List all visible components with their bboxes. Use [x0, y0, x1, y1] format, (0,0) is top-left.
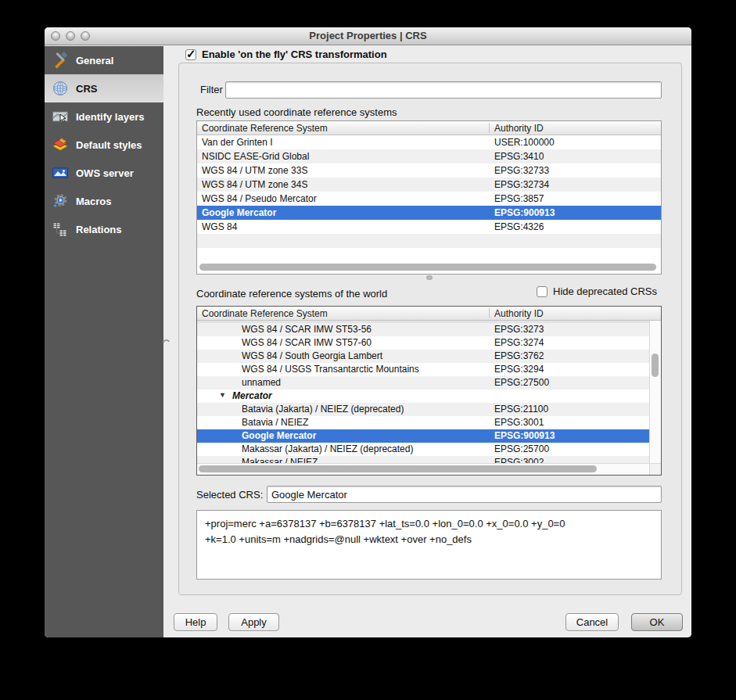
sidebar: GeneralCRSIdentify layersDefault stylesO…	[45, 46, 163, 637]
crs-row[interactable]: Batavia / NEIEZEPSG:3001	[197, 416, 661, 429]
crs-row[interactable]: Google MercatorEPSG:900913	[197, 206, 661, 220]
sidebar-item-macros[interactable]: Macros	[45, 187, 163, 215]
crs-name: Google Mercator	[242, 430, 316, 441]
scrollbar-thumb[interactable]	[199, 465, 597, 472]
column-header-authority[interactable]: Authority ID	[494, 123, 544, 134]
sidebar-item-ows-server[interactable]: OWS server	[45, 159, 163, 187]
proj4-definition-box[interactable]: +proj=merc +a=6378137 +b=6378137 +lat_ts…	[196, 510, 662, 580]
crs-name: WGS 84 / SCAR IMW ST57-60	[242, 337, 372, 348]
column-header-crs[interactable]: Coordinate Reference System	[202, 123, 328, 134]
macros-icon	[52, 192, 69, 210]
proj4-line: +proj=merc +a=6378137 +b=6378137 +lat_ts…	[205, 516, 653, 532]
crs-name: Makassar / NEIEZ	[242, 457, 318, 463]
authority-id: EPSG:3857	[494, 193, 544, 204]
recent-crs-table: Coordinate Reference SystemAuthority ID …	[196, 120, 662, 275]
authority-id: EPSG:3001	[494, 417, 544, 428]
sidebar-item-general[interactable]: General	[45, 46, 163, 74]
crs-row[interactable]: Van der Grinten IUSER:100000	[197, 135, 661, 149]
enable-otf-checkbox[interactable]	[185, 49, 196, 60]
hide-deprecated-checkbox[interactable]	[537, 286, 548, 297]
crs-row[interactable]: Makassar (Jakarta) / NEIEZ (deprecated)E…	[197, 443, 661, 456]
authority-id: EPSG:21100	[494, 404, 548, 415]
world-horizontal-scrollbar[interactable]	[197, 463, 649, 475]
column-header-crs[interactable]: Coordinate Reference System	[202, 308, 328, 319]
crs-row[interactable]: WGS 84 / USGS Transantarctic MountainsEP…	[197, 363, 661, 376]
scrollbar-thumb[interactable]	[199, 264, 656, 271]
crs-row[interactable]: WGS 84 / South Georgia LambertEPSG:3762	[197, 350, 661, 363]
crs-name: WGS 84 / UTM zone 33S	[202, 165, 307, 176]
crs-row[interactable]: Makassar / NEIEZEPSG:3002	[197, 456, 661, 463]
column-header-authority[interactable]: Authority ID	[494, 308, 544, 319]
apply-button[interactable]: Apply	[228, 613, 279, 631]
disclosure-triangle-icon[interactable]: ▼	[219, 391, 226, 399]
crs-row[interactable]	[197, 234, 661, 248]
world-crs-label: Coordinate reference systems of the worl…	[196, 288, 387, 300]
crs-row[interactable]: WGS 84 / Pseudo MercatorEPSG:3857	[197, 192, 661, 206]
selected-crs-label: Selected CRS:	[196, 489, 263, 501]
window-controls	[51, 31, 90, 41]
crs-name: NSIDC EASE-Grid Global	[202, 151, 309, 162]
sidebar-item-label: OWS server	[76, 167, 134, 179]
authority-id: EPSG:3294	[494, 364, 544, 375]
hide-deprecated-checkbox-row[interactable]: Hide deprecated CRSs	[537, 285, 657, 297]
enable-otf-checkbox-row[interactable]: Enable 'on the fly' CRS transformation	[185, 48, 387, 60]
crs-name: unnamed	[242, 377, 281, 388]
scrollbar-thumb[interactable]	[652, 354, 659, 377]
window-title: Project Properties | CRS	[45, 27, 691, 45]
crs-group-row[interactable]: ▼Mercator	[197, 389, 661, 403]
zoom-window-icon[interactable]	[81, 31, 90, 41]
column-divider[interactable]	[489, 123, 490, 133]
crs-row[interactable]: Batavia (Jakarta) / NEIEZ (deprecated)EP…	[197, 403, 661, 416]
crs-row[interactable]: WGS 84 / SCAR IMW ST53-56EPSG:3273	[197, 323, 661, 336]
sidebar-item-label: Default styles	[76, 139, 142, 151]
sidebar-resize-grip[interactable]	[163, 338, 171, 346]
hide-deprecated-label: Hide deprecated CRSs	[553, 285, 657, 297]
sidebar-item-default-styles[interactable]: Default styles	[45, 131, 163, 159]
selected-crs-input[interactable]	[267, 486, 662, 503]
crs-name: WGS 84	[202, 221, 237, 232]
crs-row[interactable]: WGS 84 / UTM zone 34SEPSG:32734	[197, 178, 661, 192]
recent-table-rows: Van der Grinten IUSER:100000NSIDC EASE-G…	[197, 135, 661, 260]
authority-id: EPSG:3274	[494, 337, 544, 348]
sidebar-item-crs[interactable]: CRS	[45, 74, 163, 102]
crs-row[interactable]: unnamedEPSG:27500	[197, 376, 661, 389]
authority-id: EPSG:32734	[494, 179, 549, 190]
recent-horizontal-scrollbar[interactable]	[197, 260, 661, 274]
world-table-rows: WGS 84 / SCAR IMW ST53-56EPSG:3273WGS 84…	[197, 321, 661, 463]
close-window-icon[interactable]	[51, 31, 60, 41]
column-divider[interactable]	[489, 308, 490, 318]
filter-input[interactable]	[225, 81, 662, 99]
crs-row[interactable]: WGS 84 / SCAR IMW ST57-60EPSG:3274	[197, 336, 661, 350]
crs-name: Batavia (Jakarta) / NEIEZ (deprecated)	[242, 404, 404, 415]
cancel-button[interactable]: Cancel	[565, 613, 619, 631]
crs-row[interactable]	[197, 248, 661, 260]
world-table-header: Coordinate Reference SystemAuthority ID	[197, 307, 661, 321]
world-vertical-scrollbar[interactable]	[649, 321, 661, 463]
sidebar-item-label: General	[76, 55, 113, 66]
tools-icon	[52, 52, 69, 69]
crs-groupbox: Filter Recently used coordinate referenc…	[178, 63, 682, 595]
title-bar[interactable]: Project Properties | CRS	[45, 27, 691, 45]
crs-row[interactable]: WGS 84EPSG:4326	[197, 220, 661, 234]
crs-row[interactable]: Google MercatorEPSG:900913	[197, 429, 661, 443]
globe-icon	[52, 80, 69, 97]
crs-name: WGS 84 / USGS Transantarctic Mountains	[242, 364, 419, 375]
authority-id: EPSG:900913	[494, 207, 555, 218]
crs-row[interactable]: NSIDC EASE-Grid GlobalEPSG:3410	[197, 149, 661, 163]
proj4-line: +k=1.0 +units=m +nadgrids=@null +wktext …	[205, 532, 653, 547]
crs-name: Makassar (Jakarta) / NEIEZ (deprecated)	[242, 443, 413, 454]
sidebar-item-relations[interactable]: Relations	[45, 215, 163, 243]
crs-name: WGS 84 / South Georgia Lambert	[242, 350, 382, 361]
crs-row[interactable]: WGS 84 / UTM zone 33SEPSG:32733	[197, 163, 661, 178]
sidebar-item-label: Macros	[76, 196, 112, 207]
crs-name: WGS 84 / SCAR IMW ST53-56	[242, 324, 372, 335]
ok-button[interactable]: OK	[631, 613, 683, 631]
sidebar-item-identify-layers[interactable]: Identify layers	[45, 102, 163, 131]
sidebar-item-label: Relations	[76, 224, 122, 235]
relations-icon	[52, 221, 69, 238]
default-styles-icon	[52, 136, 69, 153]
splitter-handle[interactable]	[426, 275, 433, 280]
sidebar-item-label: Identify layers	[76, 111, 144, 123]
help-button[interactable]: Help	[174, 613, 217, 631]
minimize-window-icon[interactable]	[66, 31, 75, 41]
